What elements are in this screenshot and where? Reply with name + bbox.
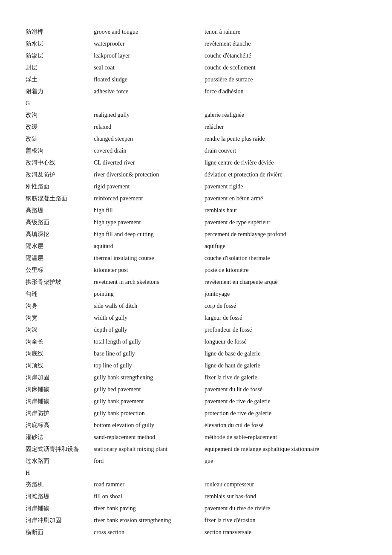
chinese-term: 改河中心线 <box>26 156 94 168</box>
table-row: 河岸冲刷加固river bank erosion strengtheningfi… <box>26 514 366 526</box>
table-row: 改陡changed steepenrendre la pente plus ra… <box>26 133 366 145</box>
chinese-term: 钢筋混凝土路面 <box>26 192 94 204</box>
chinese-term: 改沟 <box>26 109 94 121</box>
chinese-term: 夯路机 <box>26 478 94 490</box>
table-row: 沟身side walls of ditchcorp de fossé <box>26 300 366 312</box>
chinese-term: 高级路面 <box>26 216 94 228</box>
english-term: adhesive force <box>94 85 205 97</box>
english-term: road rammer <box>94 478 205 490</box>
english-term: gully bank protection <box>94 407 205 419</box>
french-term: relâcher <box>205 121 366 133</box>
table-row: 隔温层thermal insulating coursecouche d'iso… <box>26 252 366 264</box>
chinese-term: 高路堤 <box>26 204 94 216</box>
english-term: high fill <box>94 204 205 216</box>
table-row: 沟宽width of gullylargeur de fossé <box>26 312 366 324</box>
table-row: 沟深depth of gullyprofondeur de fossé <box>26 324 366 335</box>
english-term: river bank erosion strengthening <box>94 514 205 526</box>
table-row: 附着力adhesive forceforce d'adhésion <box>26 85 366 97</box>
chinese-term: 沟全长 <box>26 335 94 347</box>
french-term: profondeur de fossé <box>205 324 366 335</box>
english-term: changed steepen <box>94 133 205 145</box>
french-term: aquifuge <box>205 240 366 252</box>
english-term: side walls of ditch <box>94 300 205 312</box>
french-term: jointoyage <box>205 288 366 300</box>
french-term: pavement rigide <box>205 180 366 192</box>
table-row: 封层seal coatcouche de scellement <box>26 61 366 73</box>
table-row: 高路堤high fillremblais haut <box>26 204 366 216</box>
french-term: galerie réalignée <box>205 109 366 121</box>
english-term: high type pavement <box>94 216 205 228</box>
table-row: 沟全长total length of gullylongueur de foss… <box>26 335 366 347</box>
table-row: H <box>26 467 366 478</box>
chinese-term: 盖板沟 <box>26 145 94 156</box>
table-row: 河滩路堤fill on shoalremblais sur bas-fond <box>26 490 366 502</box>
chinese-term: 沟岸铺砌 <box>26 395 94 407</box>
french-term: drain couvert <box>205 145 366 156</box>
french-term: percement de remblayage profond <box>205 228 366 240</box>
french-term: couche de scellement <box>205 61 366 73</box>
english-term: hign fill and deep cutting <box>94 228 205 240</box>
english-term: bottom elevation of gully <box>94 419 205 431</box>
table-row: 灌砂法sand-replacement methodméthode de sab… <box>26 431 366 443</box>
english-term: gully bed pavement <box>94 383 205 395</box>
french-term: revêtement étanche <box>205 38 366 49</box>
table-row: 改沟realigned gullygalerie réalignée <box>26 109 366 121</box>
french-term: revêtement en charpente arqué <box>205 276 366 288</box>
section-header-label: H <box>26 467 366 478</box>
table-row: 过水路面fordgué <box>26 455 366 467</box>
table-row: 改河中心线CL diverted riverligne centre de ri… <box>26 156 366 168</box>
english-term: kilometer post <box>94 264 205 276</box>
english-term: aquitard <box>94 240 205 252</box>
table-row: 横断面cross sectionsection transversale <box>26 526 366 538</box>
french-term: fixer la rive de galerie <box>205 371 366 383</box>
chinese-term: 沟身 <box>26 300 94 312</box>
french-term: élevation du cul de fossé <box>205 419 366 431</box>
french-term: pavement du lit de fossé <box>205 383 366 395</box>
english-term: base line of gully <box>94 347 205 359</box>
chinese-term: 公里标 <box>26 264 94 276</box>
english-term: top line of gully <box>94 359 205 371</box>
french-term: longueur de fossé <box>205 335 366 347</box>
french-term: fixer la rive d'érosion <box>205 514 366 526</box>
chinese-term: 防滑榫 <box>26 26 94 38</box>
chinese-term: 沟岸防护 <box>26 407 94 419</box>
french-term: ligne de haut de galerie <box>205 359 366 371</box>
table-row: 沟岸防护gully bank protectionprotection de r… <box>26 407 366 419</box>
french-term: tenon à rainure <box>205 26 366 38</box>
table-row: 高级路面high type pavementpavement de type s… <box>26 216 366 228</box>
chinese-term: 隔水层 <box>26 240 94 252</box>
english-term: gully bank strengthening <box>94 371 205 383</box>
table-row: 沟岸加固gully bank strengtheningfixer la riv… <box>26 371 366 383</box>
chinese-term: 改陡 <box>26 133 94 145</box>
table-row: 隔水层aquitardaquifuge <box>26 240 366 252</box>
french-term: protection de rive de galerie <box>205 407 366 419</box>
english-term: CL diverted river <box>94 156 205 168</box>
table-row: 防渗层leakproof layercouche d'étanchéité <box>26 49 366 61</box>
chinese-term: 封层 <box>26 61 94 73</box>
english-term: thermal insulating course <box>94 252 205 264</box>
french-term: largeur de fossé <box>205 312 366 324</box>
french-term: poussière de surface <box>205 73 366 85</box>
english-term: gully bank pavement <box>94 395 205 407</box>
english-term: total length of gully <box>94 335 205 347</box>
chinese-term: 沟底线 <box>26 347 94 359</box>
french-term: remblais haut <box>205 204 366 216</box>
chinese-term: 沟床铺砌 <box>26 383 94 395</box>
table-row: G <box>26 97 366 109</box>
table-row: 夯路机road rammerrouleau compresseur <box>26 478 366 490</box>
chinese-term: 改河及防护 <box>26 168 94 180</box>
chinese-term: 固定式沥青拌和设备 <box>26 443 94 455</box>
french-term: méthode de sable-replacement <box>205 431 366 443</box>
french-term: pavement en béton armé <box>205 192 366 204</box>
english-term: fill on shoal <box>94 490 205 502</box>
french-term: ligne centre de rivière déviée <box>205 156 366 168</box>
table-row: 沟底标高bottom elevation of gullyélevation d… <box>26 419 366 431</box>
section-header-label: G <box>26 97 366 109</box>
french-term: pavement du rive de rivière <box>205 502 366 514</box>
english-term: relaxed <box>94 121 205 133</box>
english-term: revetment in arch skeletons <box>94 276 205 288</box>
english-term: ford <box>94 455 205 467</box>
table-row: 勾缝pointingjointoyage <box>26 288 366 300</box>
chinese-term: 灌砂法 <box>26 431 94 443</box>
french-term: déviation et protection de rivière <box>205 168 366 180</box>
